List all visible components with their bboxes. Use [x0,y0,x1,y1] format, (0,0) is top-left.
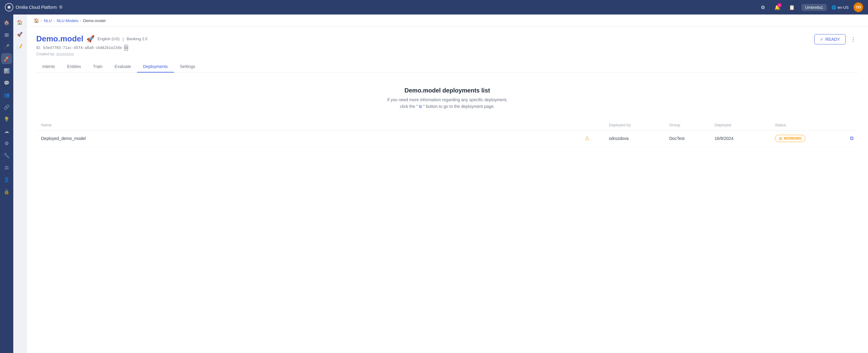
model-title: Demo.model [36,34,83,43]
leftnav-settings[interactable]: ⚙ [1,138,12,149]
model-language: English (US) [98,36,120,41]
model-rocket-icon: 🚀 [86,35,95,43]
svg-point-1 [8,6,10,8]
model-header: Demo.model 🚀 English (US) | Banking 2.0 … [36,34,858,56]
language-selector[interactable]: 🌐 en-US [832,5,849,10]
model-actions: ✓ READY ⋮ [814,34,858,45]
model-title-row: Demo.model 🚀 English (US) | Banking 2.0 [36,34,147,43]
secondarynav-home[interactable]: 🏠 [14,17,25,28]
table-header: Name Deployed by Group Deployed Status [36,120,858,130]
leftnav-tools[interactable]: 🔧 [1,150,12,161]
desc-line1: If you need more information regarding a… [387,97,507,102]
secondary-navigation: 🏠 🚀 📝 [13,14,27,353]
leftnav-mic[interactable]: 🎤 [1,41,12,52]
top-navigation: Omilia Cloud Platform® ⚙ 🔔 1 📋 Umbrella1… [0,0,868,14]
desc-line3: " button to go to the deployment page. [423,104,495,109]
deployments-header: Demo.model deployments list If you need … [36,80,858,120]
leftnav-layers[interactable] [1,29,12,40]
leftnav-insight[interactable]: 💡 [1,114,12,124]
globe-icon: 🌐 [832,5,836,10]
main-layout: 🏠 🎤 🚀 📊 💬 👥 🔗 💡 ☁ ⚙ 🔧 ⚖ 👤 🔒 🏠 🚀 📝 🏠 › NL… [0,14,868,353]
row-status: ◎ WORKING [775,135,835,142]
deployments-description: If you need more information regarding a… [36,96,858,110]
tabs-bar: Intents Entities Train Evaluate Deployme… [36,61,858,72]
svg-rect-2 [4,34,9,34]
more-options-button[interactable]: ⋮ [848,35,858,44]
ready-label: READY [826,37,840,42]
tab-deployments[interactable]: Deployments [137,61,174,72]
desc-line2: click the " [400,104,418,109]
model-meta-sep: | [123,36,124,41]
deployments-title: Demo.model deployments list [36,87,858,94]
leftnav-nlu[interactable]: 🚀 [1,53,12,64]
col-icon-header [585,123,609,127]
model-id-value: b3e47703-71ac-45f4-a8a0-cbd62b1e23de [43,46,122,50]
breadcrumb-sep1: › [41,19,42,23]
settings-icon-btn[interactable]: ⚙ [758,2,768,12]
left-navigation: 🏠 🎤 🚀 📊 💬 👥 🔗 💡 ☁ ⚙ 🔧 ⚖ 👤 🔒 [0,14,13,353]
app-logo: Omilia Cloud Platform® [5,3,62,11]
col-deployed-header: Deployed [715,123,775,127]
tab-evaluate[interactable]: Evaluate [108,61,137,72]
breadcrumb-nlu-models[interactable]: NLU Models [57,19,79,23]
created-by-row: Created by: [36,52,147,56]
status-label: WORKING [784,136,802,141]
row-deployed-by: odrozdova [609,136,669,141]
breadcrumb-sep3: › [80,19,81,23]
tab-settings[interactable]: Settings [174,61,202,72]
col-status-header: Status [775,123,835,127]
row-name: Deployed_demo_model [41,136,585,141]
page-content: Demo.model 🚀 English (US) | Banking 2.0 … [27,27,868,353]
tab-train[interactable]: Train [87,61,108,72]
leftnav-connect[interactable]: 🔗 [1,101,12,112]
row-group: DocTest [669,136,715,141]
row-warning: ⚠ [585,135,609,142]
notification-badge: 1 [777,3,782,7]
notifications-btn[interactable]: 🔔 1 [773,2,782,12]
col-name-header: Name [41,123,585,127]
col-group-header: Group [669,123,715,127]
svg-rect-4 [4,36,9,36]
leftnav-security[interactable]: 🔒 [1,186,12,197]
model-info: Demo.model 🚀 English (US) | Banking 2.0 … [36,34,147,56]
secondarynav-item3[interactable]: 📝 [14,41,25,52]
row-deployed-date: 16/8/2024 [715,136,775,141]
leftnav-profile[interactable]: 👤 [1,174,12,185]
workspace-selector[interactable]: Umbrella1 [802,4,827,11]
leftnav-cloud[interactable]: ☁ [1,126,12,137]
created-by-value-blurred [56,53,74,56]
status-ring-icon: ◎ [779,136,782,141]
leftnav-chat[interactable]: 💬 [1,77,12,88]
app-name: Omilia Cloud Platform [16,5,57,10]
app-trademark: ® [59,5,62,10]
row-actions: ⧉ [835,136,854,142]
col-deployed-by-header: Deployed by [609,123,669,127]
copy-id-button[interactable]: ⧉ [124,45,128,51]
messages-btn[interactable]: 📋 [787,2,797,12]
model-id-label: ID: [36,46,41,50]
breadcrumb-nlu[interactable]: NLU [44,19,52,23]
breadcrumb-current-model: Demo.model [83,19,106,23]
lang-label: en-US [837,5,849,10]
leftnav-users[interactable]: 👥 [1,89,12,100]
open-deployment-button[interactable]: ⧉ [850,136,854,142]
tab-entities[interactable]: Entities [61,61,87,72]
leftnav-balance[interactable]: ⚖ [1,162,12,173]
secondarynav-nlu-models[interactable]: 🚀 [14,29,25,40]
created-by-label: Created by: [36,52,55,56]
deployments-table: Name Deployed by Group Deployed Status D… [36,120,858,147]
leftnav-home[interactable]: 🏠 [1,17,12,28]
svg-rect-3 [4,35,9,35]
check-icon: ✓ [820,37,824,42]
model-domain: Banking 2.0 [127,36,147,41]
leftnav-analytics[interactable]: 📊 [1,65,12,76]
desc-link-icon: ⧉ [419,104,422,109]
breadcrumb: 🏠 › NLU › NLU Models › Demo.model [27,14,868,27]
user-avatar[interactable]: OD [854,2,863,12]
table-row: Deployed_demo_model ⚠ odrozdova DocTest … [36,130,858,147]
tab-intents[interactable]: Intents [36,61,61,72]
breadcrumb-home-icon[interactable]: 🏠 [34,18,39,23]
ready-button[interactable]: ✓ READY [814,34,846,45]
content-area: 🏠 › NLU › NLU Models › Demo.model Demo.m… [27,14,868,353]
status-badge: ◎ WORKING [775,135,805,142]
